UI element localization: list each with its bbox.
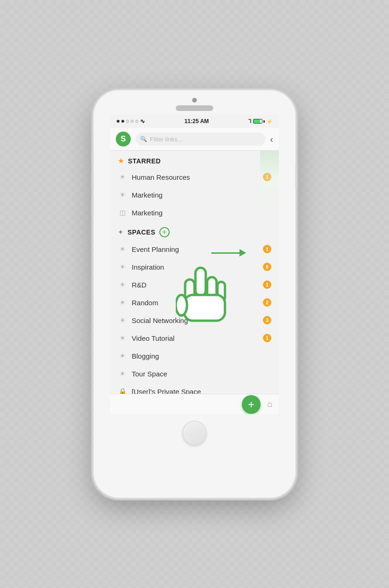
item-label: Event Planning	[132, 245, 258, 253]
list-item[interactable]: 🔒 [User]'s Private Space	[110, 382, 279, 394]
list-item[interactable]: ☀ Blogging	[110, 347, 279, 365]
globe-icon: ☀	[118, 333, 127, 343]
globe-icon: ☀	[118, 262, 127, 272]
badge: 3	[263, 316, 271, 324]
fab-add-button[interactable]: +	[242, 395, 261, 414]
search-placeholder: Filter links...	[150, 136, 182, 143]
starred-section-header: ★ STARRED	[110, 151, 279, 168]
list-item[interactable]: ☀ Inspiration 6	[110, 258, 279, 276]
power-button	[295, 165, 297, 189]
speaker	[176, 105, 213, 111]
globe-icon: ☀	[118, 316, 127, 325]
list-item[interactable]: ☀ Social Networking 3	[110, 311, 279, 329]
starred-title: STARRED	[128, 157, 161, 165]
app-header: S 🔍 Filter links... ‹	[110, 128, 279, 151]
globe-icon: ☀	[118, 369, 127, 378]
signal-dot-1	[117, 120, 120, 123]
signal-dot-3	[126, 120, 129, 123]
item-label: Video Tutorial	[132, 334, 258, 342]
star-icon: ★	[118, 156, 124, 165]
mute-button	[92, 151, 94, 164]
bluetooth-icon: Ꞁ	[248, 118, 251, 125]
list-item[interactable]: ☀ Random 2	[110, 294, 279, 311]
badge: 1	[263, 334, 271, 342]
status-bar: ∿ 11:25 AM Ꞁ ⚡	[110, 115, 279, 128]
item-label: Inspiration	[132, 263, 258, 271]
badge: 1	[263, 245, 271, 253]
badge: 6	[263, 263, 271, 271]
globe-icon: ☀	[118, 298, 127, 307]
item-label: Human Resources	[132, 173, 258, 181]
charging-icon: ⚡	[267, 119, 272, 124]
item-label: Social Networking	[132, 316, 258, 324]
spaces-title: SPACES	[127, 228, 156, 236]
phone-screen: ∿ 11:25 AM Ꞁ ⚡ S 🔍 Filter links...	[110, 115, 279, 414]
status-time: 11:25 AM	[184, 118, 209, 125]
volume-up-button	[92, 172, 94, 192]
signal-dot-5	[135, 120, 138, 123]
spaces-section-header: ✦ SPACES +	[110, 221, 279, 240]
globe-icon: ☀	[118, 244, 127, 254]
back-button[interactable]: ‹	[270, 134, 273, 145]
item-label: [User]'s Private Space	[132, 388, 271, 395]
app-logo: S	[116, 132, 131, 147]
globe-icon: ☀	[118, 280, 127, 289]
search-box[interactable]: 🔍 Filter links...	[135, 132, 265, 146]
item-label: Random	[132, 299, 258, 307]
phone-shell: ∿ 11:25 AM Ꞁ ⚡ S 🔍 Filter links...	[94, 90, 295, 498]
wifi-icon: ∿	[140, 118, 145, 125]
globe-icon: ☀	[118, 190, 127, 199]
signal-dot-2	[121, 120, 124, 123]
list-item[interactable]: ☀ Human Resources 1	[110, 168, 279, 186]
add-space-button[interactable]: +	[159, 227, 170, 237]
home-icon[interactable]: ⌂	[267, 399, 272, 409]
search-icon: 🔍	[140, 136, 147, 142]
battery-tip	[263, 120, 265, 123]
item-label: Tour Space	[132, 370, 271, 378]
screen-icon: ◫	[118, 208, 127, 217]
globe-icon: ☀	[118, 172, 127, 182]
list-item[interactable]: ☀ Video Tutorial 1	[110, 329, 279, 347]
scroll-content[interactable]: ★ STARRED ☀ Human Resources 1 ☀ Marketin…	[110, 151, 279, 394]
list-item[interactable]: ◫ Marketing	[110, 204, 279, 221]
bottom-bar: + ⌂	[110, 394, 279, 414]
battery-icon	[253, 119, 265, 124]
item-label: Blogging	[132, 352, 271, 360]
badge: 1	[263, 280, 271, 289]
list-item[interactable]: ☀ Marketing	[110, 186, 279, 204]
home-button[interactable]	[182, 421, 207, 445]
lock-icon: 🔒	[118, 387, 127, 394]
item-label: Marketing	[132, 191, 271, 199]
list-item[interactable]: ☀ Event Planning 1	[110, 240, 279, 258]
volume-down-button	[92, 196, 94, 215]
camera	[192, 98, 197, 103]
signal-dot-4	[131, 120, 134, 123]
spaces-icon: ✦	[118, 228, 124, 236]
list-item[interactable]: ☀ Tour Space	[110, 365, 279, 382]
status-right: Ꞁ ⚡	[248, 118, 272, 125]
list-item[interactable]: ☀ R&D 1	[110, 276, 279, 294]
badge: 2	[263, 298, 271, 307]
status-left: ∿	[117, 118, 145, 125]
globe-icon: ☀	[118, 351, 127, 360]
phone-top	[94, 90, 295, 111]
item-label: Marketing	[132, 209, 271, 217]
battery-fill	[254, 119, 260, 123]
badge: 1	[263, 173, 271, 181]
item-label: R&D	[132, 281, 258, 289]
